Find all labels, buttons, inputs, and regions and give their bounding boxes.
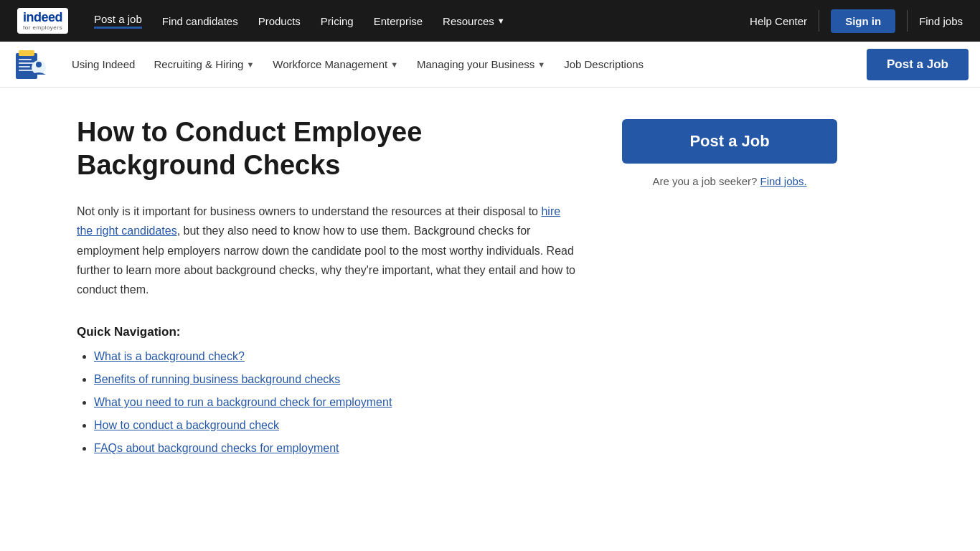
nav-enterprise[interactable]: Enterprise — [374, 15, 423, 27]
intro-before-link: Not only is it important for business ow… — [77, 205, 541, 217]
sec-nav-managing-business[interactable]: Managing your Business ▼ — [408, 52, 554, 76]
nav-link-what-you-need[interactable]: What you need to run a background check … — [94, 396, 392, 408]
list-item: Benefits of running business background … — [94, 371, 579, 388]
sec-nav-using-indeed[interactable]: Using Indeed — [63, 52, 143, 76]
nav-divider — [819, 10, 819, 32]
quick-navigation: Quick Navigation: What is a background c… — [77, 325, 579, 457]
nav-resources[interactable]: Resources ▼ — [443, 15, 505, 27]
svg-rect-3 — [19, 62, 34, 64]
chevron-down-icon: ▼ — [246, 60, 254, 69]
nav-post-a-job[interactable]: Post a job — [94, 13, 142, 29]
post-a-job-button-sidebar[interactable]: Post a Job — [622, 119, 837, 164]
sec-nav-items: Using Indeed Recruiting & Hiring ▼ Workf… — [63, 52, 864, 76]
nav-find-candidates[interactable]: Find candidates — [162, 15, 238, 27]
sidebar: Post a Job Are you a job seeker? Find jo… — [622, 116, 837, 463]
nav-products[interactable]: Products — [258, 15, 301, 27]
svg-rect-4 — [19, 66, 30, 67]
svg-rect-2 — [19, 59, 32, 60]
sec-nav-logo[interactable] — [11, 47, 49, 82]
nav-divider-2 — [907, 10, 908, 32]
list-item: FAQs about background checks for employm… — [94, 440, 579, 457]
post-a-job-button-secondary[interactable]: Post a Job — [867, 49, 969, 80]
logo-indeed-text: indeed — [23, 11, 62, 25]
quick-nav-list: What is a background check? Benefits of … — [77, 348, 579, 457]
secondary-navigation: Using Indeed Recruiting & Hiring ▼ Workf… — [0, 42, 980, 88]
help-center-link[interactable]: Help Center — [750, 15, 807, 27]
list-item: What you need to run a background check … — [94, 394, 579, 411]
nav-link-how-to-conduct[interactable]: How to conduct a background check — [94, 419, 279, 431]
article-body: How to Conduct Employee Background Check… — [77, 116, 579, 463]
nav-pricing[interactable]: Pricing — [321, 15, 354, 27]
list-item: What is a background check? — [94, 348, 579, 365]
sec-nav-workforce-management[interactable]: Workforce Management ▼ — [264, 52, 407, 76]
sign-in-button[interactable]: Sign in — [831, 9, 895, 33]
article-title: How to Conduct Employee Background Check… — [77, 116, 579, 182]
find-jobs-seeker-link[interactable]: Find jobs. — [760, 175, 807, 187]
nav-link-benefits[interactable]: Benefits of running business background … — [94, 373, 340, 385]
nav-link-what-is[interactable]: What is a background check? — [94, 350, 245, 362]
list-item: How to conduct a background check — [94, 417, 579, 434]
nav-link-faqs[interactable]: FAQs about background checks for employm… — [94, 442, 339, 454]
find-jobs-link[interactable]: Find jobs — [919, 15, 963, 27]
indeed-logo[interactable]: indeed for employers — [17, 8, 68, 34]
chevron-down-icon-2: ▼ — [390, 60, 398, 69]
svg-rect-1 — [19, 50, 34, 56]
sec-nav-recruiting-hiring[interactable]: Recruiting & Hiring ▼ — [145, 52, 263, 76]
quick-nav-heading: Quick Navigation: — [77, 325, 579, 339]
main-content-area: How to Conduct Employee Background Check… — [60, 88, 920, 491]
article-intro: Not only is it important for business ow… — [77, 202, 579, 299]
top-navigation: indeed for employers Post a job Find can… — [0, 0, 980, 42]
svg-rect-5 — [19, 70, 33, 71]
seeker-static-text: Are you a job seeker? — [652, 175, 757, 187]
sec-nav-job-descriptions[interactable]: Job Descriptions — [555, 52, 652, 76]
sidebar-job-seeker-text: Are you a job seeker? Find jobs. — [622, 175, 837, 187]
logo-sub-text: for employers — [23, 25, 62, 32]
logo-illustration-icon — [11, 47, 49, 82]
svg-point-7 — [36, 62, 42, 67]
chevron-down-icon-3: ▼ — [537, 60, 545, 69]
